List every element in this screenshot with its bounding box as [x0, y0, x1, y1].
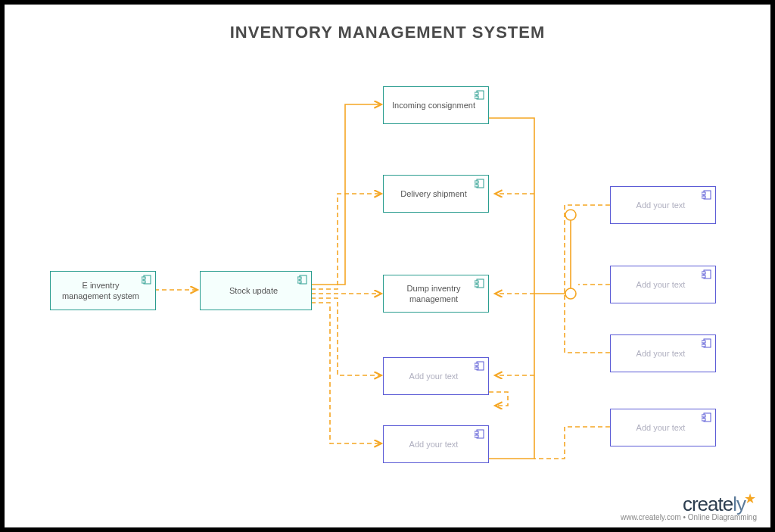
- node-incoming[interactable]: Incoming consignment: [383, 86, 489, 124]
- node-label: Dump inventry management: [390, 283, 478, 305]
- svg-rect-19: [475, 367, 478, 369]
- brand-text-a: create: [683, 493, 733, 515]
- node-label: Add your text: [636, 348, 686, 359]
- node-e-inventory[interactable]: E inventry management system: [50, 271, 156, 310]
- node-label: Stock update: [229, 285, 278, 296]
- node-stock-update[interactable]: Stock update: [200, 271, 312, 310]
- footer: creately★ www.creately.com • Online Diag…: [621, 493, 757, 521]
- component-icon: [475, 179, 485, 189]
- node-placeholder-b[interactable]: Add your text: [383, 425, 489, 463]
- node-label: Add your text: [636, 422, 686, 433]
- svg-rect-25: [702, 196, 705, 198]
- svg-rect-9: [475, 92, 478, 95]
- node-label: E inventry management system: [57, 280, 145, 302]
- node-label: Delivery shipment: [400, 188, 466, 199]
- svg-rect-10: [475, 96, 478, 98]
- svg-rect-4: [142, 281, 145, 283]
- node-label: Incoming consignment: [392, 100, 475, 110]
- svg-rect-21: [475, 431, 478, 434]
- svg-rect-24: [702, 192, 705, 194]
- node-label: Add your text: [636, 279, 686, 290]
- component-icon: [702, 190, 712, 201]
- svg-rect-31: [702, 344, 705, 347]
- footer-tagline: www.creately.com • Online Diagramming: [621, 513, 757, 521]
- svg-rect-27: [702, 272, 705, 274]
- svg-rect-30: [702, 341, 705, 343]
- diagram-canvas: { "title": "INVENTORY MANAGEMENT SYSTEM"…: [0, 0, 775, 532]
- component-icon: [702, 338, 712, 349]
- lightbulb-icon: ★: [744, 491, 755, 506]
- node-dump[interactable]: Dump inventry management: [383, 275, 489, 313]
- node-placeholder-e[interactable]: Add your text: [610, 334, 716, 372]
- svg-rect-15: [475, 281, 478, 283]
- node-placeholder-f[interactable]: Add your text: [610, 409, 716, 446]
- node-placeholder-a[interactable]: Add your text: [383, 357, 489, 395]
- node-label: Add your text: [409, 371, 459, 381]
- component-icon: [702, 269, 712, 280]
- component-icon: [475, 278, 485, 289]
- node-label: Add your text: [636, 200, 686, 210]
- component-icon: [702, 412, 712, 423]
- svg-rect-18: [475, 363, 478, 366]
- svg-rect-12: [475, 181, 478, 183]
- component-icon: [475, 361, 485, 372]
- svg-rect-34: [702, 418, 705, 421]
- svg-point-1: [565, 288, 576, 299]
- svg-rect-7: [297, 281, 301, 283]
- svg-rect-28: [702, 275, 705, 278]
- node-placeholder-d[interactable]: Add your text: [610, 266, 716, 303]
- svg-rect-16: [475, 285, 478, 287]
- svg-rect-13: [475, 185, 478, 187]
- svg-rect-6: [297, 277, 301, 279]
- diagram-title: INVENTORY MANAGEMENT SYSTEM: [5, 23, 770, 42]
- node-placeholder-c[interactable]: Add your text: [610, 186, 716, 224]
- svg-rect-22: [475, 435, 478, 437]
- component-icon: [142, 275, 152, 285]
- node-label: Add your text: [409, 439, 459, 450]
- svg-rect-33: [702, 415, 705, 417]
- node-delivery[interactable]: Delivery shipment: [383, 175, 489, 213]
- svg-rect-3: [142, 277, 145, 279]
- svg-point-0: [565, 210, 576, 220]
- component-icon: [475, 429, 485, 440]
- component-icon: [297, 275, 308, 285]
- component-icon: [475, 90, 485, 101]
